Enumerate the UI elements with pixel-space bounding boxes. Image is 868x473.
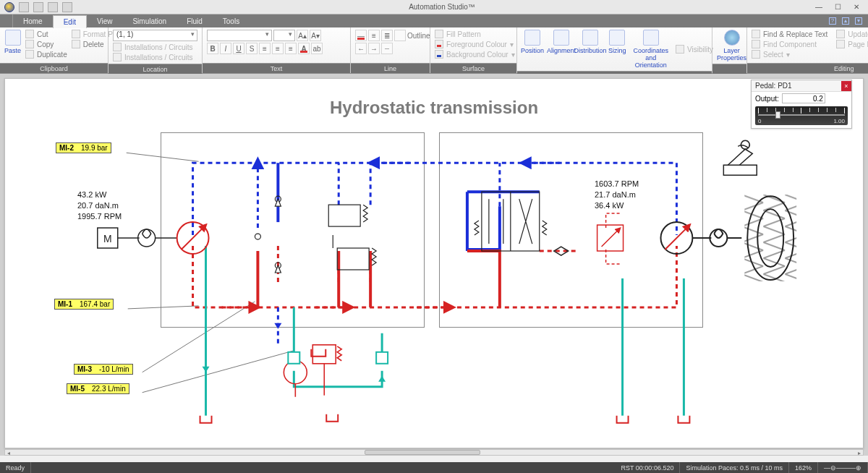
coords-orientation-button[interactable]: Coordinates and Orientation: [634, 30, 669, 69]
font-family-combo[interactable]: [207, 30, 272, 41]
fill-pattern-button[interactable]: Fill Pattern: [435, 30, 515, 38]
scroll-thumb[interactable]: [365, 450, 480, 455]
line-dash-button[interactable]: ┄: [381, 43, 393, 54]
ribbon-group-location: (1, 1) Installations / Circuits Installa…: [109, 27, 203, 73]
ribbon-group-surface: Fill Pattern Foreground Colour ▾ Backgro…: [430, 27, 517, 73]
alignment-button[interactable]: Alignment: [550, 30, 572, 54]
paste-button[interactable]: Paste: [4, 30, 21, 54]
outline-toggle[interactable]: [394, 30, 406, 41]
app-logo-mini-icon: [2, 17, 11, 25]
readout-left: 43.2 kW 20.7 daN.m 1995.7 RPM: [77, 189, 122, 222]
font-size-combo[interactable]: [273, 30, 295, 41]
background-colour-button[interactable]: Background Colour ▾: [435, 50, 515, 59]
cut-button[interactable]: Cut: [25, 30, 67, 38]
maximize-button[interactable]: ☐: [833, 3, 842, 12]
bold-button[interactable]: B: [207, 43, 218, 54]
pedal-output-label: Output:: [755, 95, 779, 103]
align-left-button[interactable]: ≡: [259, 43, 271, 54]
pedal-panel[interactable]: Pedal: PD1 × Output: 01.00: [751, 80, 852, 129]
tab-view[interactable]: View: [87, 14, 123, 27]
schematic-canvas[interactable]: Hydrostatic transmission 43.2 kW 20.7 da…: [4, 78, 864, 448]
schematic-group-right: [439, 132, 703, 328]
arrow-start-button[interactable]: ←: [355, 43, 367, 54]
tag-mi2[interactable]: MI-219.9 bar: [56, 142, 111, 153]
status-zoom-slider[interactable]: —⊖———⊕: [818, 462, 868, 473]
app-logo-icon: [4, 2, 14, 12]
align-right-button[interactable]: ≡: [285, 43, 297, 54]
pedal-panel-close-button[interactable]: ×: [841, 81, 851, 91]
ribbon-tabs: Home Edit View Simulation Fluid Tools ? …: [0, 14, 868, 27]
duplicate-button[interactable]: Duplicate: [25, 50, 67, 59]
text-color-button[interactable]: A: [298, 43, 310, 54]
installations-circuits-button-2[interactable]: Installations / Circuits: [113, 53, 197, 61]
tab-tools[interactable]: Tools: [213, 14, 250, 27]
qat-redo-icon[interactable]: [48, 2, 58, 12]
svg-rect-26: [744, 195, 796, 281]
scroll-right-arrow-icon[interactable]: ▸: [856, 450, 863, 455]
layer-properties-button[interactable]: Layer Properties: [717, 30, 746, 61]
close-button[interactable]: ✕: [852, 3, 861, 12]
visibility-button[interactable]: Visibility: [676, 45, 713, 54]
line-weight-button[interactable]: ≣: [381, 30, 393, 41]
update-page-numbering-button[interactable]: Update Page Numbering: [836, 30, 868, 38]
find-component-button[interactable]: Find Component: [752, 40, 827, 48]
expand-ribbon-icon[interactable]: ▾: [855, 17, 862, 25]
page-numbering-by-project-button[interactable]: Page Numbering by Project: [836, 40, 868, 48]
sizing-button[interactable]: Sizing: [608, 30, 626, 54]
italic-button[interactable]: I: [220, 43, 231, 54]
horizontal-scrollbar[interactable]: ◂ ▸: [4, 449, 864, 456]
position-button[interactable]: Position: [522, 30, 543, 54]
tag-mi3[interactable]: MI-3-10 L/min: [74, 364, 133, 375]
ribbon-group-surface-label: Surface: [430, 63, 516, 73]
line-style-button[interactable]: ≡: [368, 30, 380, 41]
min-ribbon-icon[interactable]: ▴: [842, 17, 849, 25]
fg-colour-icon: [435, 40, 443, 48]
qat-undo-icon[interactable]: [33, 2, 43, 12]
schematic-svg: M: [5, 79, 863, 448]
pedal-slider[interactable]: 01.00: [755, 106, 848, 125]
page-number-icon: [836, 30, 845, 38]
shrink-font-button[interactable]: A▾: [310, 30, 321, 41]
status-paces: Simulation Paces: 0.5 ms / 10 ms: [680, 462, 789, 473]
tab-edit[interactable]: Edit: [53, 15, 87, 28]
find-replace-button[interactable]: Find & Replace Text: [752, 30, 827, 38]
app-title: Automation Studio™: [77, 3, 807, 11]
grow-font-button[interactable]: A▴: [297, 30, 308, 41]
pedal-panel-title: Pedal: PD1: [752, 80, 841, 91]
arrow-end-button[interactable]: →: [368, 43, 380, 54]
location-coord-combo[interactable]: (1, 1): [113, 30, 197, 41]
svg-rect-32: [376, 352, 388, 364]
tab-simulation[interactable]: Simulation: [122, 14, 176, 27]
svg-point-24: [747, 196, 793, 280]
delete-icon: [72, 40, 80, 48]
ribbon-group-layer: Layer Properties: [712, 27, 747, 73]
scroll-left-arrow-icon[interactable]: ◂: [5, 450, 12, 455]
line-color-button[interactable]: —: [355, 30, 367, 41]
installations-circuits-button[interactable]: Installations / Circuits: [113, 43, 197, 51]
position-icon: [524, 30, 540, 46]
help-icon[interactable]: ?: [829, 17, 836, 25]
text-highlight-button[interactable]: ab: [311, 43, 323, 54]
status-zoom[interactable]: 162%: [789, 462, 818, 473]
tag-mi1[interactable]: MI-1167.4 bar: [54, 299, 114, 310]
sizing-icon: [609, 30, 625, 46]
select-button[interactable]: Select ▾: [752, 50, 827, 59]
distribution-button[interactable]: Distribution: [579, 30, 601, 54]
diagram-title: Hydrostatic transmission: [5, 98, 863, 118]
system-menu-icon[interactable]: [0, 14, 13, 27]
minimize-button[interactable]: —: [814, 3, 823, 12]
strikethrough-button[interactable]: S: [246, 43, 258, 54]
tab-home[interactable]: Home: [13, 14, 53, 27]
foreground-colour-button[interactable]: Foreground Colour ▾: [435, 40, 515, 48]
tag-mi5[interactable]: MI-522.3 L/min: [67, 383, 129, 394]
circuit-icon: [113, 43, 122, 51]
readout-right: 1603.7 RPM 21.7 daN.m 36.4 kW: [595, 179, 639, 211]
pedal-output-input[interactable]: [782, 93, 825, 103]
qat-customize-icon[interactable]: [62, 2, 72, 12]
tab-fluid[interactable]: Fluid: [176, 14, 213, 27]
ribbon-group-editing-label: Editing: [747, 63, 868, 73]
align-center-button[interactable]: ≡: [272, 43, 284, 54]
copy-button[interactable]: Copy: [25, 40, 67, 48]
underline-button[interactable]: U: [233, 43, 244, 54]
qat-save-icon[interactable]: [19, 2, 29, 12]
